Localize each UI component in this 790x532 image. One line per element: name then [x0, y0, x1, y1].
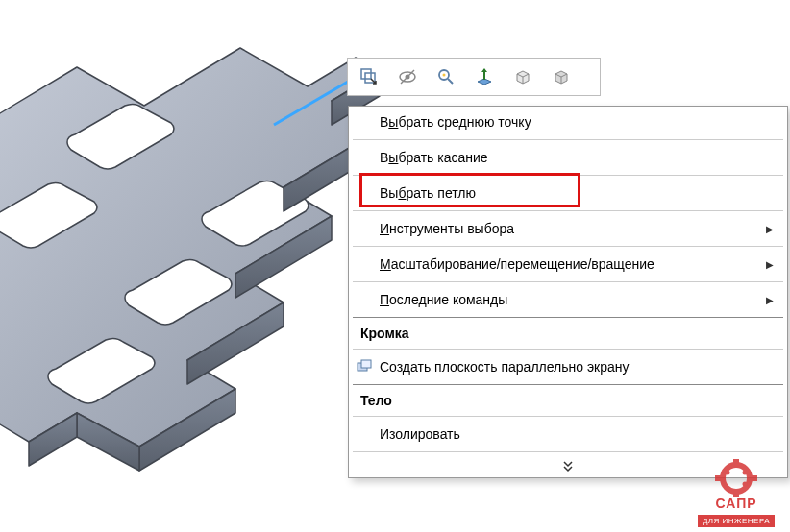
- menu-separator: [353, 451, 783, 452]
- menu-create-plane-parallel[interactable]: Создать плоскость параллельно экрану: [349, 351, 787, 382]
- menu-label: Изолировать: [380, 426, 460, 442]
- menu-separator: [353, 317, 783, 318]
- menu-expand-button[interactable]: [349, 454, 787, 477]
- menu-separator: [353, 175, 783, 176]
- context-toolbar: [347, 58, 601, 96]
- menu-label: Выбрать среднюю точку: [380, 114, 531, 130]
- menu-label: Выбрать петлю: [380, 185, 476, 201]
- hide-show-icon[interactable]: [392, 61, 423, 92]
- plane-icon: [355, 357, 374, 376]
- menu-separator: [353, 281, 783, 282]
- submenu-arrow-icon: ▶: [766, 295, 774, 305]
- appearance-icon[interactable]: [507, 61, 538, 92]
- menu-label: Инструменты выбора: [380, 221, 514, 236]
- svg-rect-10: [361, 360, 371, 368]
- context-menu: Выбрать среднюю точку Выбрать касание Вы…: [348, 106, 788, 478]
- menu-separator: [353, 416, 783, 417]
- svg-point-7: [443, 74, 446, 77]
- menu-isolate[interactable]: Изолировать: [349, 419, 787, 449]
- menu-recent-commands[interactable]: Последние команды ▶: [349, 284, 787, 315]
- normal-to-icon[interactable]: [469, 61, 500, 92]
- submenu-arrow-icon: ▶: [766, 259, 774, 270]
- menu-select-midpoint[interactable]: Выбрать среднюю точку: [349, 107, 787, 137]
- scene-icon[interactable]: [546, 61, 577, 92]
- menu-label: Выбрать касание: [380, 150, 488, 165]
- svg-rect-0: [361, 69, 371, 79]
- zoom-to-fit-icon[interactable]: [431, 61, 461, 92]
- menu-label: Создать плоскость параллельно экрану: [380, 359, 630, 375]
- chevron-down-double-icon: [561, 459, 575, 472]
- menu-separator: [353, 210, 783, 211]
- submenu-arrow-icon: ▶: [766, 224, 774, 234]
- menu-label: Последние команды: [380, 292, 507, 307]
- menu-label: Масштабирование/перемещение/вращение: [380, 256, 654, 272]
- menu-select-tangency[interactable]: Выбрать касание: [349, 142, 787, 173]
- menu-section-body: Тело: [349, 387, 787, 414]
- menu-selection-tools[interactable]: Инструменты выбора ▶: [349, 213, 787, 244]
- menu-separator: [353, 349, 783, 350]
- select-other-icon[interactable]: [354, 61, 384, 92]
- menu-section-edge: Кромка: [349, 320, 787, 347]
- menu-select-loop[interactable]: Выбрать петлю: [349, 178, 787, 208]
- menu-separator: [353, 384, 783, 385]
- svg-line-6: [448, 79, 453, 84]
- menu-separator: [353, 246, 783, 247]
- menu-separator: [353, 139, 783, 140]
- menu-zoom-pan-rotate[interactable]: Масштабирование/перемещение/вращение ▶: [349, 249, 787, 279]
